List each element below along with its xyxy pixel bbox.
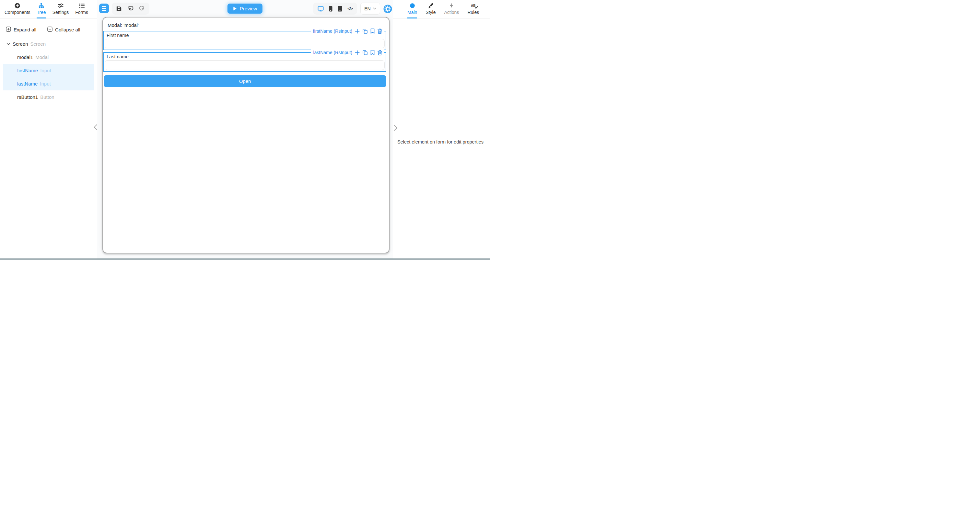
collapse-left-panel-chevron[interactable] [94,124,97,132]
preview-button[interactable]: Preview [228,3,262,14]
sliders-icon [58,3,64,8]
app-root: Components Tree Settings Forms [0,0,490,259]
empty-selection-message: Select element on form for edit properti… [393,139,488,144]
tree-item-name: rsButton1 [17,94,38,100]
tab-actions-label: Actions [444,10,459,15]
menu-button[interactable] [99,3,109,13]
tree-item-lastname[interactable]: lastName Input [3,77,94,90]
left-sidebar: Components Tree Settings Forms [0,0,97,259]
firstname-input[interactable] [105,39,385,48]
component-tree: Screen Screen modal1 Modal firstName Inp… [0,37,97,104]
tree-icon [38,3,44,8]
language-value: EN [364,6,371,11]
tree-item-name: firstName [17,68,38,73]
expand-all-label: Expand all [14,27,36,32]
component-ref-label: firstName (RsInput) [313,29,352,34]
tab-settings[interactable]: Settings [52,0,69,18]
modal-title: Modal: 'modal' [108,22,139,28]
tab-forms[interactable]: Forms [75,0,88,18]
trash-icon[interactable] [377,29,382,34]
tree-item-type: Modal [35,54,49,60]
tab-actions[interactable]: Actions [444,0,459,18]
tree-item-name: Screen [13,41,28,47]
tab-main[interactable]: Main [407,0,417,18]
sidebar-header: Components Tree Settings Forms [0,0,97,19]
copy-icon[interactable] [362,50,368,56]
history-toolbar [112,3,150,14]
hamburger-icon [102,6,106,11]
chevron-down-icon [373,8,376,10]
field-label: Last name [107,54,129,59]
tree-item-firstname[interactable]: firstName Input [3,64,94,77]
save-icon[interactable] [116,6,122,12]
play-icon [233,6,237,11]
circle-icon [410,3,415,8]
properties-panel: Main Style Actions AB Ru [393,0,490,259]
brush-icon [428,3,434,8]
tree-item-screen[interactable]: Screen Screen [3,37,94,51]
collapse-all-icon [47,27,52,33]
component-ref-label: lastName (RsInput) [313,50,352,55]
selection-annotation: lastName (RsInput) [311,49,384,56]
gear-icon [383,5,392,13]
tree-item-type: Input [40,68,51,73]
tab-main-label: Main [407,10,417,15]
copy-icon[interactable] [362,29,368,34]
rules-icon: AB [471,3,476,8]
tree-item-name: lastName [17,81,38,87]
tree-controls: Expand all Collapse all [0,27,97,33]
tab-rules[interactable]: AB Rules [467,0,479,18]
plus-circle-icon [14,3,20,8]
desktop-icon[interactable] [318,6,324,12]
collapse-all-label: Collapse all [55,27,80,32]
tab-rules-label: Rules [467,10,479,15]
chevron-down-icon[interactable] [6,43,10,45]
settings-gear-button[interactable] [383,5,392,13]
tab-tree-label: Tree [37,10,46,15]
form-canvas: Modal: 'modal' firstName (RsInput) [102,17,390,253]
tab-style-label: Style [425,10,436,15]
collapse-all-button[interactable]: Collapse all [47,27,80,33]
tree-item-type: Input [40,81,51,87]
preview-label: Preview [240,6,257,11]
tree-item-type: Button [40,94,54,100]
selected-component-firstname[interactable]: firstName (RsInput) First name [103,31,386,50]
bookmark-icon[interactable] [371,29,375,34]
properties-header: Main Style Actions AB Ru [393,0,490,19]
expand-all-button[interactable]: Expand all [6,27,36,33]
add-icon[interactable] [355,50,360,55]
add-icon[interactable] [355,29,360,34]
selection-annotation: firstName (RsInput) [311,28,384,34]
tree-item-rsbutton1[interactable]: rsButton1 Button [3,90,94,104]
phone-icon[interactable] [329,6,332,12]
bookmark-icon[interactable] [371,50,375,55]
selected-component-lastname[interactable]: lastName (RsInput) Last name [103,52,386,72]
language-select[interactable]: EN [360,3,380,14]
expand-all-icon [6,27,11,33]
bottom-bar [0,259,490,259]
tablet-icon[interactable] [338,6,342,12]
tab-style[interactable]: Style [425,0,436,18]
lastname-input[interactable] [105,60,385,70]
trash-icon[interactable] [377,50,382,56]
bolt-icon [450,3,453,8]
tab-settings-label: Settings [52,10,69,15]
tab-components[interactable]: Components [5,0,30,18]
tab-forms-label: Forms [75,10,88,15]
undo-icon[interactable] [127,5,134,12]
tree-item-type: Screen [30,41,46,47]
code-icon[interactable]: </> [347,6,353,11]
collapse-right-panel-chevron[interactable] [394,125,398,132]
tab-components-label: Components [5,10,30,15]
open-button[interactable]: Open [104,75,386,87]
field-label: First name [107,33,129,38]
redo-icon[interactable] [139,5,145,12]
builder-workspace: Preview </> EN Modal: 'modal' [97,0,393,259]
tree-item-name: modal1 [17,54,33,60]
tab-tree[interactable]: Tree [37,0,46,18]
tree-item-modal1[interactable]: modal1 Modal [3,51,94,64]
list-icon [79,3,84,8]
device-toolbar: </> [313,3,357,14]
